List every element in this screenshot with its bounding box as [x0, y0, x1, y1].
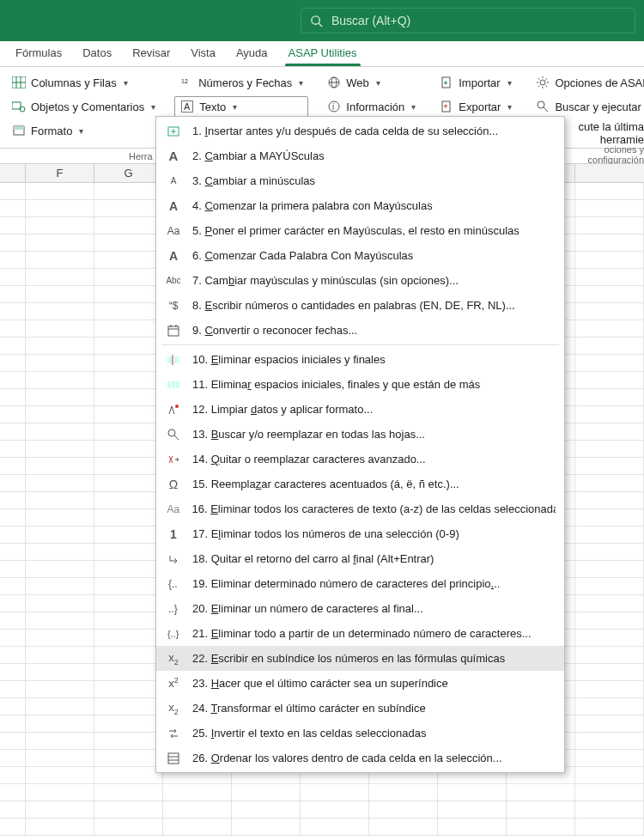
cell[interactable]	[575, 544, 644, 561]
cell[interactable]	[575, 647, 644, 664]
menu-item-4[interactable]: A4. Comenzar la primera palabra con Mayú…	[156, 193, 564, 218]
cell[interactable]	[575, 681, 644, 698]
cell[interactable]	[94, 252, 163, 269]
cell[interactable]	[575, 630, 644, 647]
cell[interactable]	[575, 234, 644, 252]
menu-item-9[interactable]: 9. Convertir o reconocer fechas...	[156, 318, 564, 343]
menu-item-3[interactable]: A3. Cambiar a minúsculas	[156, 168, 564, 193]
cell[interactable]	[26, 303, 94, 320]
cell[interactable]	[0, 183, 26, 200]
cell[interactable]	[507, 801, 575, 819]
cell[interactable]	[0, 372, 26, 389]
cell[interactable]	[0, 423, 26, 441]
importar-button[interactable]: Importar ▾	[434, 72, 517, 93]
formato-button[interactable]: Formato ▾	[7, 120, 161, 141]
cell[interactable]	[163, 819, 232, 836]
cell[interactable]	[94, 200, 163, 217]
cell[interactable]	[94, 715, 163, 733]
cell[interactable]	[0, 578, 26, 595]
cell[interactable]	[575, 338, 644, 355]
cell[interactable]	[163, 801, 232, 819]
menu-item-23[interactable]: x223. Hacer que el último carácter sea u…	[156, 671, 564, 696]
cell[interactable]	[94, 544, 163, 561]
cell[interactable]	[575, 527, 644, 544]
menu-item-25[interactable]: 25. Invertir el texto en las celdas sele…	[156, 721, 564, 746]
cell[interactable]	[94, 801, 163, 819]
cell[interactable]	[369, 784, 438, 801]
cell[interactable]	[301, 819, 369, 836]
cell[interactable]	[94, 561, 163, 578]
cell[interactable]	[26, 509, 94, 527]
cell[interactable]	[0, 767, 26, 784]
cell[interactable]	[575, 698, 644, 715]
cell[interactable]	[26, 733, 94, 750]
cell[interactable]	[94, 647, 163, 664]
menu-item-19[interactable]: {..19. Eliminar determinado número de ca…	[156, 571, 564, 596]
cell[interactable]	[94, 286, 163, 303]
cell[interactable]	[575, 612, 644, 630]
tab-formulas[interactable]: Fórmulas	[5, 41, 72, 66]
cell[interactable]	[575, 819, 644, 836]
cell[interactable]	[94, 681, 163, 698]
cell[interactable]	[507, 819, 575, 836]
cell[interactable]	[0, 595, 26, 612]
numeros-fechas-button[interactable]: ¹² Números y Fechas ▾	[174, 72, 308, 93]
cell[interactable]	[575, 320, 644, 338]
cell[interactable]	[26, 527, 94, 544]
cell[interactable]	[575, 561, 644, 578]
cell[interactable]	[94, 784, 163, 801]
menu-item-6[interactable]: A6. Comenzar Cada Palabra Con Mayúsculas	[156, 243, 564, 268]
menu-item-13[interactable]: 13. Buscar y/o reemplazar en todas las h…	[156, 422, 564, 447]
cell[interactable]	[94, 767, 163, 784]
cell[interactable]	[0, 733, 26, 750]
col-header[interactable]: F	[26, 164, 94, 182]
cell[interactable]	[94, 269, 163, 286]
cell[interactable]	[94, 595, 163, 612]
menu-item-18[interactable]: 18. Quitar el retorno del carro al final…	[156, 546, 564, 571]
menu-item-5[interactable]: Aa5. Poner el primer carácter en Mayúscu…	[156, 218, 564, 243]
global-search[interactable]: Buscar (Alt+Q)	[301, 8, 635, 33]
cell[interactable]	[94, 217, 163, 234]
cell[interactable]	[0, 389, 26, 406]
cell[interactable]	[94, 303, 163, 320]
cell[interactable]	[0, 252, 26, 269]
exportar-button[interactable]: Exportar ▾	[434, 96, 517, 117]
cell[interactable]	[575, 372, 644, 389]
col-header-blank[interactable]	[0, 164, 26, 182]
cell[interactable]	[26, 664, 94, 681]
cell[interactable]	[0, 647, 26, 664]
menu-item-12[interactable]: 12. Limpiar datos y aplicar formato...	[156, 397, 564, 422]
cell[interactable]	[0, 234, 26, 252]
cell[interactable]	[94, 492, 163, 509]
cell[interactable]	[26, 819, 94, 836]
menu-item-1[interactable]: 1. Insertar antes y/u después de cada ce…	[156, 119, 564, 143]
cell[interactable]	[94, 819, 163, 836]
menu-item-16[interactable]: Aa16. Eliminar todos los caracteres de t…	[156, 496, 564, 521]
cell[interactable]	[575, 303, 644, 320]
cell[interactable]	[26, 544, 94, 561]
cell[interactable]	[0, 715, 26, 733]
cell[interactable]	[0, 664, 26, 681]
cell[interactable]	[0, 217, 26, 234]
menu-item-20[interactable]: ..}20. Eliminar un número de caracteres …	[156, 596, 564, 621]
cell[interactable]	[26, 767, 94, 784]
cell[interactable]	[575, 578, 644, 595]
cell[interactable]	[26, 423, 94, 441]
cell[interactable]	[575, 767, 644, 784]
cell[interactable]	[26, 406, 94, 423]
cell[interactable]	[0, 458, 26, 475]
cell[interactable]	[0, 561, 26, 578]
cell[interactable]	[26, 286, 94, 303]
cell[interactable]	[94, 475, 163, 492]
cell[interactable]	[575, 441, 644, 458]
cell[interactable]	[0, 355, 26, 372]
cell[interactable]	[575, 750, 644, 767]
cell[interactable]	[575, 217, 644, 234]
cell[interactable]	[94, 750, 163, 767]
cell[interactable]	[575, 269, 644, 286]
cell[interactable]	[0, 784, 26, 801]
menu-item-10[interactable]: 10. Eliminar espacios iniciales y finale…	[156, 347, 564, 372]
cell[interactable]	[26, 595, 94, 612]
cell[interactable]	[94, 733, 163, 750]
cell[interactable]	[507, 784, 575, 801]
